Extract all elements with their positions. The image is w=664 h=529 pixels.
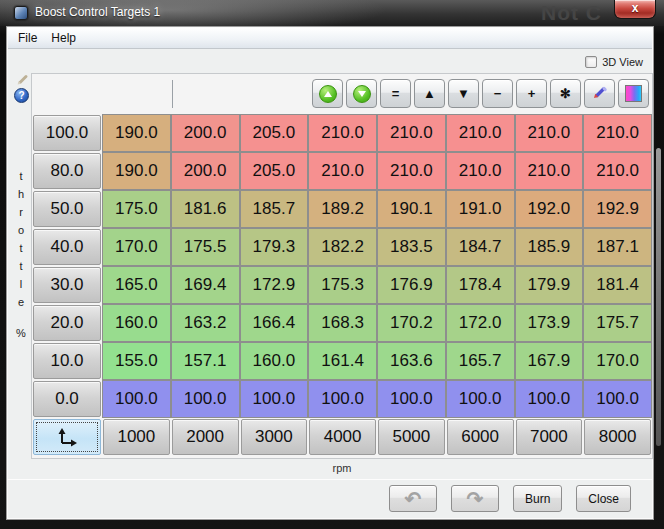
- table-cell[interactable]: 210.0: [515, 152, 584, 190]
- table-cell[interactable]: 165.7: [446, 342, 515, 380]
- set-equal-button[interactable]: =: [380, 79, 411, 108]
- table-cell[interactable]: 175.7: [583, 304, 652, 342]
- table-cell[interactable]: 179.3: [240, 228, 309, 266]
- table-cell[interactable]: 185.9: [515, 228, 584, 266]
- table-cell[interactable]: 172.0: [446, 304, 515, 342]
- table-cell[interactable]: 181.6: [171, 190, 240, 228]
- table-cell[interactable]: 100.0: [102, 380, 171, 418]
- shift-value-up-icon: [319, 85, 337, 103]
- increment-button[interactable]: ▲: [414, 79, 445, 108]
- redo-button[interactable]: ↷: [451, 485, 499, 512]
- table-cell[interactable]: 163.2: [171, 304, 240, 342]
- table-cell[interactable]: 210.0: [308, 114, 377, 152]
- table-cell[interactable]: 192.0: [515, 190, 584, 228]
- 3d-view-checkbox[interactable]: [585, 56, 597, 68]
- table-cell[interactable]: 210.0: [515, 114, 584, 152]
- table-cell[interactable]: 161.4: [308, 342, 377, 380]
- table-cell[interactable]: 167.9: [515, 342, 584, 380]
- window-body: File Help 3D View ? throttle% =▲▼−+✻ 100…: [6, 26, 654, 520]
- help-icon[interactable]: ?: [14, 88, 29, 103]
- table-cell[interactable]: 170.0: [583, 342, 652, 380]
- table-cell[interactable]: 100.0: [446, 380, 515, 418]
- x-axis-cell: 7000: [516, 419, 583, 455]
- table-cell[interactable]: 183.5: [377, 228, 446, 266]
- table-cell[interactable]: 210.0: [377, 114, 446, 152]
- y-axis-cell: 80.0: [33, 153, 101, 189]
- x-axis-cell: 1000: [103, 419, 170, 455]
- table-cell[interactable]: 205.0: [240, 152, 309, 190]
- background-watermark: Not C: [541, 1, 602, 25]
- table-cell[interactable]: 176.9: [377, 266, 446, 304]
- table-cell[interactable]: 100.0: [171, 380, 240, 418]
- table-cell[interactable]: 210.0: [377, 152, 446, 190]
- table-cell[interactable]: 210.0: [583, 114, 652, 152]
- table-cell[interactable]: 100.0: [240, 380, 309, 418]
- table-cell[interactable]: 185.7: [240, 190, 309, 228]
- table-cell[interactable]: 165.0: [102, 266, 171, 304]
- table-cell[interactable]: 166.4: [240, 304, 309, 342]
- table-cell[interactable]: 172.9: [240, 266, 309, 304]
- table-cell[interactable]: 192.9: [583, 190, 652, 228]
- rpm-axis-label: rpm: [31, 462, 653, 474]
- table-cell[interactable]: 191.0: [446, 190, 515, 228]
- x-axis-cell: 8000: [584, 419, 651, 455]
- table-cell[interactable]: 178.4: [446, 266, 515, 304]
- menu-item-file[interactable]: File: [11, 29, 44, 47]
- table-cell[interactable]: 210.0: [446, 152, 515, 190]
- multiply-button[interactable]: ✻: [550, 79, 581, 108]
- table-cell[interactable]: 205.0: [240, 114, 309, 152]
- table-cell[interactable]: 157.1: [171, 342, 240, 380]
- table-cell[interactable]: 173.9: [515, 304, 584, 342]
- table-cell[interactable]: 160.0: [102, 304, 171, 342]
- y-axis-cell: 100.0: [33, 115, 101, 151]
- table-cell[interactable]: 190.0: [102, 152, 171, 190]
- table-cell[interactable]: 175.0: [102, 190, 171, 228]
- shift-value-up-button[interactable]: [312, 79, 343, 108]
- table-cell[interactable]: 100.0: [583, 380, 652, 418]
- shift-value-down-button[interactable]: [346, 79, 377, 108]
- table-cell[interactable]: 169.4: [171, 266, 240, 304]
- subtract-button[interactable]: −: [482, 79, 513, 108]
- shift-value-down-icon: [353, 85, 371, 103]
- table-cell[interactable]: 179.9: [515, 266, 584, 304]
- table-cell[interactable]: 190.0: [102, 114, 171, 152]
- add-button[interactable]: +: [516, 79, 547, 108]
- table-cell[interactable]: 100.0: [515, 380, 584, 418]
- y-axis-cell: 30.0: [33, 267, 101, 303]
- titlebar: Not C Boost Control Targets 1 x: [0, 0, 664, 26]
- window-close-button[interactable]: x: [614, 0, 656, 19]
- color-gradient-button[interactable]: [618, 79, 649, 108]
- edit-cell-button[interactable]: [584, 79, 615, 108]
- burn-button[interactable]: Burn: [513, 485, 562, 512]
- y-axis-cell: 10.0: [33, 343, 101, 379]
- table-cell[interactable]: 170.2: [377, 304, 446, 342]
- close-button[interactable]: Close: [576, 485, 631, 512]
- table-cell[interactable]: 160.0: [240, 342, 309, 380]
- swap-axes-button[interactable]: [33, 419, 101, 455]
- decrement-button[interactable]: ▼: [448, 79, 479, 108]
- table-cell[interactable]: 175.5: [171, 228, 240, 266]
- table-cell[interactable]: 175.3: [308, 266, 377, 304]
- 3d-view-toggle: 3D View: [585, 56, 643, 68]
- table-cell[interactable]: 187.1: [583, 228, 652, 266]
- table-cell[interactable]: 100.0: [377, 380, 446, 418]
- table-cell[interactable]: 210.0: [583, 152, 652, 190]
- table-cell[interactable]: 200.0: [171, 152, 240, 190]
- undo-button[interactable]: ↶: [389, 485, 437, 512]
- table-cell[interactable]: 184.7: [446, 228, 515, 266]
- table-cell[interactable]: 210.0: [308, 152, 377, 190]
- table-cell[interactable]: 163.6: [377, 342, 446, 380]
- menubar: File Help: [8, 28, 652, 49]
- table-cell[interactable]: 200.0: [171, 114, 240, 152]
- table-cell[interactable]: 100.0: [308, 380, 377, 418]
- menu-item-help[interactable]: Help: [44, 29, 83, 47]
- table-cell[interactable]: 170.0: [102, 228, 171, 266]
- table-cell[interactable]: 189.2: [308, 190, 377, 228]
- table-cell[interactable]: 190.1: [377, 190, 446, 228]
- table-cell[interactable]: 210.0: [446, 114, 515, 152]
- table-cell[interactable]: 155.0: [102, 342, 171, 380]
- header-divider: [172, 80, 173, 108]
- table-cell[interactable]: 168.3: [308, 304, 377, 342]
- table-cell[interactable]: 182.2: [308, 228, 377, 266]
- table-cell[interactable]: 181.4: [583, 266, 652, 304]
